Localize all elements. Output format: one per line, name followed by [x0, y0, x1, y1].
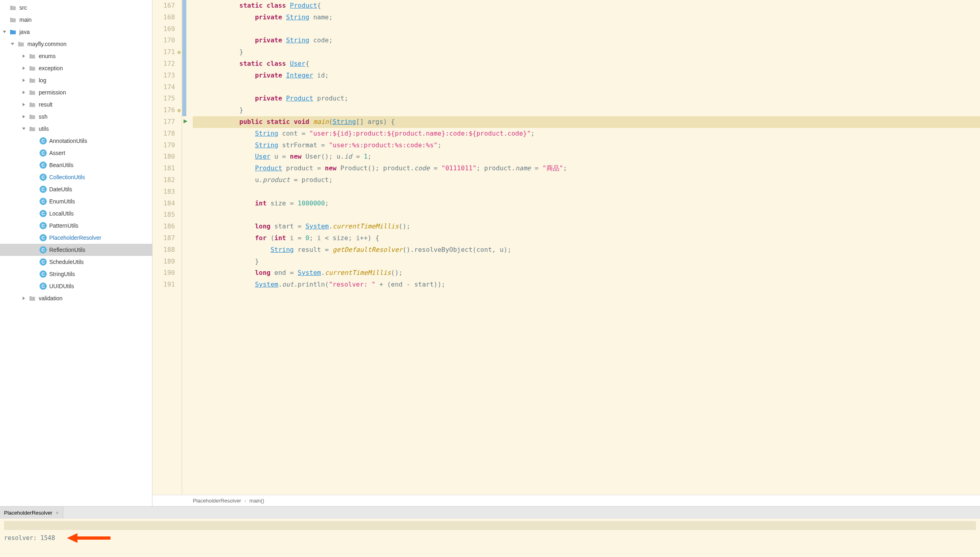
tree-item-beanutils[interactable]: CBeanUtils [0, 159, 152, 171]
tree-item-scheduleutils[interactable]: CScheduleUtils [0, 256, 152, 268]
chevron-down-icon[interactable] [10, 41, 15, 47]
code-line[interactable]: String strFormat = "user:%s:product:%s:c… [193, 140, 980, 151]
gutter-line[interactable]: 169 [152, 23, 181, 35]
code-line[interactable]: long start = System.currentTimeMillis(); [193, 221, 980, 232]
code-line[interactable]: static class User{ [193, 58, 980, 70]
code-line[interactable]: User u = new User(); u.id = 1; [193, 151, 980, 163]
code-line[interactable]: long end = System.currentTimeMillis(); [193, 267, 980, 279]
code-line[interactable] [193, 209, 980, 221]
tree-item-dateutils[interactable]: CDateUtils [0, 183, 152, 195]
gutter-line[interactable]: 171 [152, 46, 181, 58]
chevron-down-icon[interactable] [21, 126, 27, 132]
gutter[interactable]: 1671681691701711721731741751761771781791… [152, 0, 182, 495]
code-line[interactable] [193, 23, 980, 35]
code-line[interactable]: private Integer id; [193, 70, 980, 82]
tree-item-collectionutils[interactable]: CCollectionUtils [0, 171, 152, 183]
gutter-line[interactable]: 181 [152, 163, 181, 174]
code-line[interactable]: private String name; [193, 12, 980, 23]
chevron-right-icon[interactable] [21, 295, 27, 301]
tree-item-utils[interactable]: utils [0, 123, 152, 135]
code-line[interactable]: String cont = "user:${id}:product:${prod… [193, 128, 980, 140]
tree-item-result[interactable]: result [0, 98, 152, 111]
breadcrumb-item[interactable]: main() [249, 498, 264, 504]
chevron-right-icon[interactable] [21, 53, 27, 59]
tree-item-patternutils[interactable]: CPatternUtils [0, 220, 152, 232]
gutter-line[interactable]: 191 [152, 279, 181, 291]
gutter-line[interactable]: 180 [152, 151, 181, 163]
vcs-change-marker [182, 58, 186, 70]
code-line[interactable]: } [193, 256, 980, 268]
gutter-line[interactable]: 177 [152, 116, 181, 128]
code-line[interactable]: u.product = product; [193, 174, 980, 186]
tree-item-label: main [19, 17, 31, 23]
gutter-line[interactable]: 170 [152, 35, 181, 46]
tree-item-placeholderresolver[interactable]: CPlaceholderResolver [0, 232, 152, 244]
tree-item-log[interactable]: log [0, 74, 152, 86]
tree-item-stringutils[interactable]: CStringUtils [0, 268, 152, 280]
gutter-line[interactable]: 188 [152, 244, 181, 256]
gutter-line[interactable]: 175 [152, 93, 181, 105]
gutter-line[interactable]: 189 [152, 256, 181, 268]
tree-item-assert[interactable]: CAssert [0, 147, 152, 159]
gutter-line[interactable]: 172 [152, 58, 181, 70]
tree-item-uuidutils[interactable]: CUUIDUtils [0, 280, 152, 292]
chevron-down-icon[interactable] [2, 29, 7, 35]
code-line[interactable]: static class Product{ [193, 0, 980, 12]
gutter-line[interactable]: 167 [152, 0, 181, 12]
tree-item-main[interactable]: main [0, 14, 152, 26]
tree-item-src[interactable]: src [0, 2, 152, 14]
gutter-line[interactable]: 176 [152, 105, 181, 116]
code-content[interactable]: static class Product{ private String nam… [190, 0, 980, 495]
gutter-line[interactable]: 183 [152, 186, 181, 198]
tree-item-mayfly-common[interactable]: mayfly.common [0, 38, 152, 50]
tree-item-label: mayfly.common [27, 41, 67, 47]
breadcrumb[interactable]: PlaceholderResolver › main() [152, 495, 980, 506]
gutter-line[interactable]: 174 [152, 82, 181, 93]
tree-item-java[interactable]: java [0, 26, 152, 38]
tree-item-exception[interactable]: exception [0, 62, 152, 74]
gutter-line[interactable]: 168 [152, 12, 181, 23]
gutter-line[interactable]: 184 [152, 198, 181, 209]
tree-item-localutils[interactable]: CLocalUtils [0, 207, 152, 220]
code-line[interactable]: System.out.println("resolver: " + (end -… [193, 279, 980, 291]
close-icon[interactable]: × [56, 510, 59, 516]
project-tree[interactable]: srcmainjavamayfly.commonenumsexceptionlo… [0, 0, 152, 506]
chevron-right-icon[interactable] [21, 77, 27, 83]
gutter-line[interactable]: 187 [152, 232, 181, 244]
code-line[interactable]: private String code; [193, 35, 980, 46]
gutter-line[interactable]: 182 [152, 174, 181, 186]
gutter-line[interactable]: 186 [152, 221, 181, 232]
tree-item-enumutils[interactable]: CEnumUtils [0, 195, 152, 207]
code-line[interactable]: public static void main(String[] args) { [193, 116, 980, 128]
gutter-line[interactable]: 185 [152, 209, 181, 221]
chevron-right-icon[interactable] [21, 102, 27, 107]
code-line[interactable]: String result = getDefaultResolver().res… [193, 244, 980, 256]
chevron-right-icon[interactable] [21, 90, 27, 95]
console-tab[interactable]: PlaceholderResolver × [0, 507, 63, 519]
tree-item-reflectionutils[interactable]: CReflectionUtils [0, 244, 152, 256]
gutter-line[interactable]: 190 [152, 267, 181, 279]
code-line[interactable]: int size = 1000000; [193, 198, 980, 209]
tree-item-ssh[interactable]: ssh [0, 111, 152, 123]
code-line[interactable]: private Product product; [193, 93, 980, 105]
code-line[interactable] [193, 186, 980, 198]
code-editor[interactable]: 1671681691701711721731741751761771781791… [152, 0, 980, 506]
breadcrumb-item[interactable]: PlaceholderResolver [193, 498, 241, 504]
tree-item-validation[interactable]: validation [0, 292, 152, 304]
gutter-line[interactable]: 178 [152, 128, 181, 140]
code-line[interactable]: } [193, 46, 980, 58]
breadcrumb-separator: › [244, 498, 246, 504]
tree-item-annotationutils[interactable]: CAnnotationUtils [0, 135, 152, 147]
vcs-change-marker [182, 23, 186, 35]
tree-item-enums[interactable]: enums [0, 50, 152, 62]
chevron-right-icon[interactable] [21, 114, 27, 119]
gutter-line[interactable]: 173 [152, 70, 181, 82]
code-line[interactable] [193, 82, 980, 93]
gutter-line[interactable]: 179 [152, 140, 181, 151]
code-line[interactable]: Product product = new Product(); product… [193, 163, 980, 174]
chevron-right-icon[interactable] [21, 65, 27, 71]
tree-item-permission[interactable]: permission [0, 86, 152, 98]
code-line[interactable]: for (int i = 0; i < size; i++) { [193, 232, 980, 244]
code-line[interactable]: } [193, 105, 980, 116]
run-gutter-icon[interactable] [183, 116, 188, 128]
